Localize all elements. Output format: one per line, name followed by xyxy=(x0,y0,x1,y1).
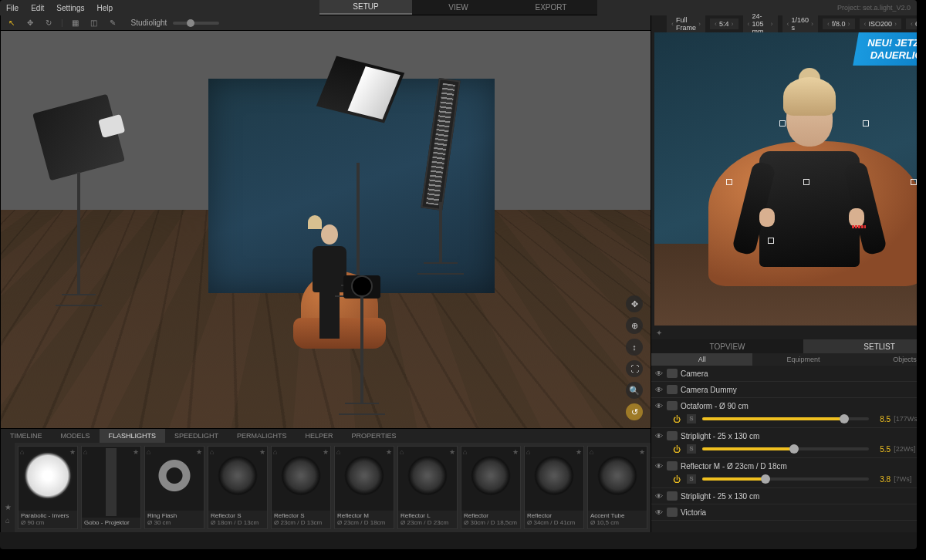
visibility-icon[interactable]: 👁 xyxy=(654,492,664,501)
star-icon[interactable]: ★ xyxy=(69,448,76,456)
star-icon[interactable]: ★ xyxy=(576,448,582,456)
camera-settings-bar: Full Frame 5:4 24-105 mm 1/160 s f/8.0 I… xyxy=(651,15,917,32)
lib-tab-permalights[interactable]: PERMALIGHTS xyxy=(228,429,296,443)
render-preview[interactable]: NEU! JETZT MITDAUERLICHT! 102 ▦ ▤ ▭ ▾ xyxy=(654,32,917,326)
tab-setlist[interactable]: SETLIST xyxy=(803,339,917,353)
setlist-row[interactable]: 👁Striplight - 25 x 130 cm xyxy=(651,488,917,504)
star-icon[interactable]: ★ xyxy=(5,503,12,511)
library-item[interactable]: ⌂★ReflectorØ 34cm / D 41cm xyxy=(524,446,584,529)
lib-tab-properties[interactable]: PROPERTIES xyxy=(343,429,406,443)
whitebalance-select[interactable]: 6000K xyxy=(906,19,917,29)
intensity-slider[interactable] xyxy=(702,447,869,450)
item-name: Camera Dummy xyxy=(681,386,737,394)
star-icon[interactable]: ★ xyxy=(512,448,519,456)
setlist-row[interactable]: 👁Striplight - 25 x 130 cm⏻S5.5[22Ws]✎ xyxy=(651,428,917,458)
home-icon[interactable]: ⌂ xyxy=(273,448,277,456)
tab-topview[interactable]: TOPVIEW xyxy=(651,339,803,353)
intensity-slider[interactable] xyxy=(702,477,869,481)
setlist-row[interactable]: 👁Camera Dummy xyxy=(651,382,917,398)
studiolight-slider[interactable] xyxy=(173,22,219,25)
tab-view[interactable]: VIEW xyxy=(412,0,505,15)
library-item[interactable]: ⌂★Ring FlashØ 30 cm xyxy=(144,446,204,529)
home-icon[interactable]: ⌂ xyxy=(5,516,10,525)
home-icon[interactable]: ⌂ xyxy=(147,448,150,456)
home-icon[interactable]: ⌂ xyxy=(20,448,24,456)
library-item[interactable]: ⌂★Reflector LØ 23cm / D 23cm xyxy=(397,446,458,529)
shutter-select[interactable]: 1/160 s xyxy=(782,15,819,33)
home-icon[interactable]: ⌂ xyxy=(83,448,87,456)
setlist-row[interactable]: 👁Octaform - Ø 90 cm⏻S8.5[177Ws]✎ xyxy=(651,398,917,428)
tab-setup[interactable]: SETUP xyxy=(319,0,412,15)
menu-settings[interactable]: Settings xyxy=(56,4,84,12)
home-icon[interactable]: ⌂ xyxy=(400,448,404,456)
home-icon[interactable]: ⌂ xyxy=(210,448,214,456)
library-item[interactable]: ⌂★Reflector SØ 18cm / D 13cm xyxy=(208,446,268,529)
visibility-icon[interactable]: 👁 xyxy=(654,432,664,440)
home-icon[interactable]: ⌂ xyxy=(526,448,530,456)
visibility-icon[interactable]: 👁 xyxy=(654,386,664,394)
frame-icon[interactable]: ⛶ xyxy=(626,360,643,377)
aperture-select[interactable]: f/8.0 xyxy=(823,19,855,29)
library-item[interactable]: ⌂★Gobo - Projektor xyxy=(81,446,141,529)
star-icon[interactable]: ★ xyxy=(449,448,455,456)
setlist-row[interactable]: 👁Camera xyxy=(651,366,917,382)
visibility-icon[interactable]: 👁 xyxy=(654,402,664,410)
menu-file[interactable]: File xyxy=(6,4,19,12)
solo-button[interactable]: S xyxy=(687,444,696,454)
home-icon[interactable]: ⌂ xyxy=(336,448,340,456)
zoom-icon[interactable]: 🔍 xyxy=(626,382,643,399)
visibility-icon[interactable]: 👁 xyxy=(654,508,664,517)
home-icon[interactable]: ⌂ xyxy=(463,448,467,456)
filter-all[interactable]: All xyxy=(651,353,752,366)
star-icon[interactable]: ★ xyxy=(259,448,265,456)
menu-edit[interactable]: Edit xyxy=(31,4,44,12)
lib-tab-helper[interactable]: HELPER xyxy=(296,429,343,443)
render-spark-icon[interactable]: ✦ xyxy=(656,329,662,337)
menu-help[interactable]: Help xyxy=(97,4,113,12)
grid-icon[interactable]: ▦ xyxy=(69,19,82,27)
library-item[interactable]: ⌂★ReflectorØ 30cm / D 18,5cm xyxy=(461,446,521,529)
star-icon[interactable]: ★ xyxy=(639,448,645,456)
sensor-select[interactable]: Full Frame xyxy=(667,15,705,33)
lib-tab-flashlights[interactable]: FLASHLIGHTS xyxy=(100,429,166,443)
snap-icon[interactable]: ◫ xyxy=(88,19,100,27)
select-tool-icon[interactable]: ↖ xyxy=(5,19,18,27)
item-name: Striplight - 25 x 130 cm xyxy=(681,492,759,501)
solo-button[interactable]: S xyxy=(687,414,696,423)
rotate-tool-icon[interactable]: ↻ xyxy=(42,19,55,27)
tab-export[interactable]: EXPORT xyxy=(505,0,597,15)
lib-tab-speedlight[interactable]: SPEEDLIGHT xyxy=(165,429,228,443)
iso-select[interactable]: ISO200 xyxy=(860,19,902,29)
pan-icon[interactable]: ⊕ xyxy=(626,317,643,334)
setlist-row[interactable]: 👁Reflector M - Ø 23cm / D 18cm⏻S3.8[7Ws]… xyxy=(651,458,917,488)
lib-tab-models[interactable]: MODELS xyxy=(52,429,100,443)
library-item[interactable]: ⌂★Parabolic - InversØ 90 cm xyxy=(18,446,78,529)
filter-equipment[interactable]: Equipment xyxy=(752,353,853,366)
setlist-row[interactable]: 👁Victoria xyxy=(651,504,917,521)
move-tool-icon[interactable]: ✥ xyxy=(24,19,36,27)
home-icon[interactable]: ⌂ xyxy=(590,448,593,456)
pencil-icon[interactable]: ✎ xyxy=(106,19,119,27)
power-icon[interactable]: ⏻ xyxy=(673,415,684,423)
orbit-icon[interactable]: ✥ xyxy=(626,295,643,312)
viewport-3d[interactable]: ✥ ⊕ ↕ ⛶ 🔍 ↺ xyxy=(1,31,651,428)
star-icon[interactable]: ★ xyxy=(323,448,329,456)
lib-tab-timeline[interactable]: TIMELINE xyxy=(1,429,52,443)
library-item[interactable]: ⌂★Reflector SØ 23cm / D 13cm xyxy=(271,446,331,529)
star-icon[interactable]: ★ xyxy=(386,448,392,456)
visibility-icon[interactable]: 👁 xyxy=(654,369,664,378)
solo-button[interactable]: S xyxy=(687,474,696,484)
library-item[interactable]: ⌂★Reflector MØ 23cm / D 18cm xyxy=(334,446,394,529)
visibility-icon[interactable]: 👁 xyxy=(654,462,664,471)
reset-view-icon[interactable]: ↺ xyxy=(626,403,643,420)
item-name: Striplight - 25 x 130 cm xyxy=(681,432,759,440)
star-icon[interactable]: ★ xyxy=(133,448,139,456)
filter-objects[interactable]: Objects xyxy=(854,353,917,366)
power-icon[interactable]: ⏻ xyxy=(673,475,684,484)
intensity-slider[interactable] xyxy=(702,417,869,420)
power-icon[interactable]: ⏻ xyxy=(673,445,684,454)
star-icon[interactable]: ★ xyxy=(196,448,202,456)
library-item[interactable]: ⌂★Accent TubeØ 10,5 cm xyxy=(587,446,647,529)
ratio-select[interactable]: 5:4 xyxy=(710,19,738,29)
dolly-icon[interactable]: ↕ xyxy=(626,339,643,356)
